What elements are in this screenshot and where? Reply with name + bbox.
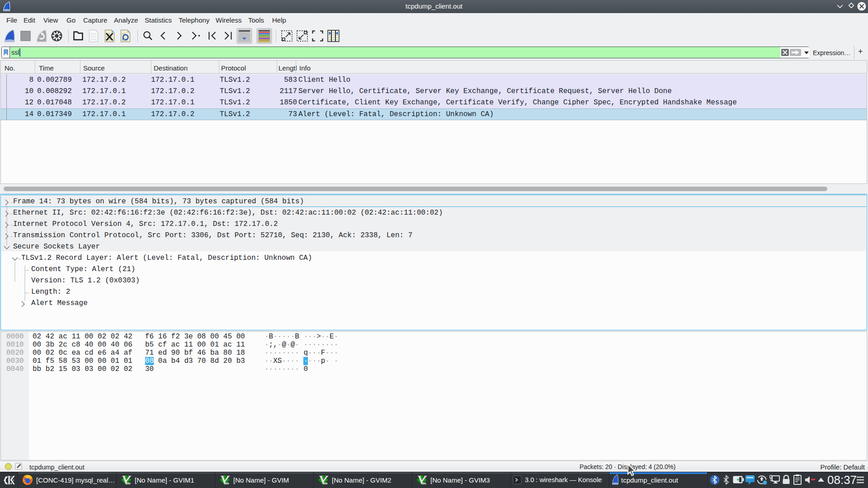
- svg-text:im: im: [324, 481, 328, 485]
- svg-text:0111: 0111: [90, 38, 96, 41]
- svg-text:im: im: [422, 481, 426, 485]
- svg-text:im: im: [225, 481, 229, 485]
- svg-text:im: im: [127, 481, 131, 485]
